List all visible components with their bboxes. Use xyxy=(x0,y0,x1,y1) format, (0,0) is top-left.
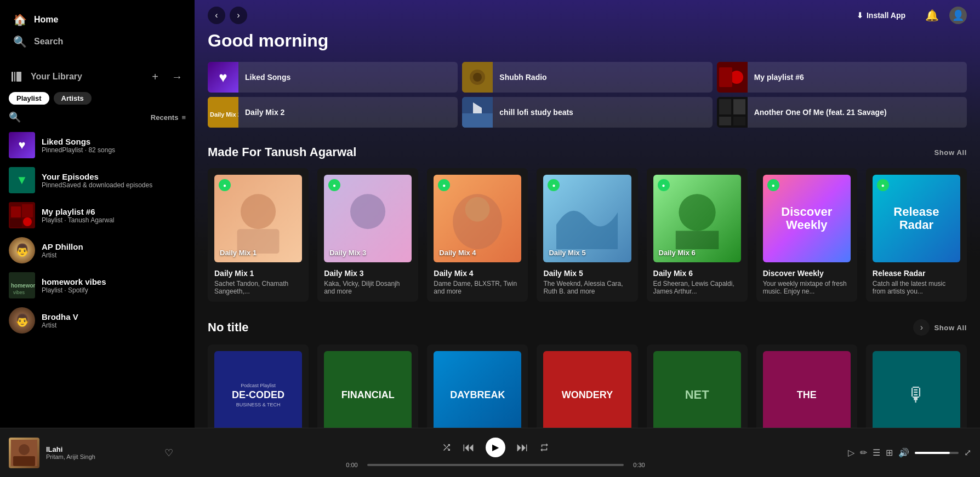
no-title-right-arrow[interactable]: › xyxy=(913,319,930,336)
lyrics-button[interactable]: ✏ xyxy=(860,447,867,458)
recents-label: Recents xyxy=(151,113,179,122)
quick-chill-label: chill lofi study beats xyxy=(493,108,580,117)
sidebar-item-home[interactable]: 🏠 Home xyxy=(7,9,188,31)
no-title-section-header: No title › Show All xyxy=(208,319,967,336)
svg-rect-24 xyxy=(733,99,745,114)
made-for-cards-row: ● Daily Mix 1 ▶ Daily Mix 1 Sachet Tando… xyxy=(208,168,967,302)
library-icon xyxy=(9,69,24,84)
quick-item-shubh-radio[interactable]: Shubh Radio xyxy=(462,62,712,93)
play-pause-button[interactable]: ▶ xyxy=(486,438,505,457)
expand-library-button[interactable]: → xyxy=(168,68,186,85)
playlist6-meta: Playlist · Tanush Agarwal xyxy=(42,216,186,224)
recents-button[interactable]: Recents ≡ xyxy=(151,113,186,122)
sidebar-item-search[interactable]: 🔍 Search xyxy=(7,31,188,53)
time-total: 0:30 xyxy=(629,462,649,468)
previous-button[interactable]: ⏮ xyxy=(463,440,475,455)
user-icon: 👤 xyxy=(952,9,964,21)
library-header: Your Library + → xyxy=(0,61,195,90)
svg-point-31 xyxy=(465,197,490,222)
card-daily-mix-5[interactable]: ● Daily Mix 5 ▶ Daily Mix 5 The Weeknd, … xyxy=(537,168,637,302)
card-daily-mix-1[interactable]: ● Daily Mix 1 ▶ Daily Mix 1 Sachet Tando… xyxy=(208,168,309,302)
decoded-thumb: Podcast Playlist DE-CODED BUSINESS & TEC… xyxy=(214,351,302,428)
liked-songs-thumb: ♥ xyxy=(9,132,35,158)
notifications-button[interactable]: 🔔 xyxy=(923,7,941,24)
library-search-icon[interactable]: 🔍 xyxy=(9,111,21,123)
svg-text:Daily Mix 2: Daily Mix 2 xyxy=(210,111,238,118)
daily-mix-1-inner-label: Daily Mix 1 xyxy=(220,249,257,257)
daily-mix-1-thumb: ● Daily Mix 1 ▶ xyxy=(214,175,302,262)
svg-point-35 xyxy=(19,444,30,455)
card-release-radar[interactable]: ● Release Radar ▶ Release Radar Catch al… xyxy=(866,168,967,302)
dailymix2-quick-thumb: Daily Mix 2 xyxy=(208,97,238,128)
quick-item-playlist6[interactable]: My playlist #6 xyxy=(717,62,967,93)
connect-button[interactable]: ⊞ xyxy=(886,447,893,458)
card-daily-mix-3[interactable]: ● Daily Mix 3 ▶ Daily Mix 3 Kaka, Vicky,… xyxy=(317,168,418,302)
install-app-button[interactable]: ⬇ Install App xyxy=(848,7,914,24)
quick-item-daily-mix-2[interactable]: Daily Mix 2 Daily Mix 2 xyxy=(208,97,458,128)
liked-songs-name: Liked Songs xyxy=(42,137,186,146)
library-item-brodha-v[interactable]: 👨 Brodha V Artist xyxy=(4,303,190,338)
chill-quick-thumb xyxy=(462,97,493,128)
homework-vibes-meta: Playlist · Spotify xyxy=(42,286,186,294)
quick-item-another-one[interactable]: Another One Of Me (feat. 21 Savage) xyxy=(717,97,967,128)
no-title-section-title: No title xyxy=(208,320,249,335)
card-daily-mix-4[interactable]: ● Daily Mix 4 ▶ Daily Mix 4 Dame Dame, B… xyxy=(427,168,528,302)
back-button[interactable]: ‹ xyxy=(208,7,225,24)
user-avatar-button[interactable]: 👤 xyxy=(949,7,967,24)
card-net[interactable]: NET ▶ NET xyxy=(647,344,748,428)
homework-vibes-name: homework vibes xyxy=(42,277,186,286)
quick-liked-label: Liked Songs xyxy=(238,73,297,82)
svg-rect-36 xyxy=(13,456,35,466)
queue-button[interactable]: ☰ xyxy=(873,447,880,458)
volume-fill xyxy=(915,452,950,454)
repeat-button[interactable] xyxy=(539,442,549,452)
forward-button[interactable]: › xyxy=(230,7,247,24)
quick-item-chill-lofi[interactable]: chill lofi study beats xyxy=(462,97,712,128)
progress-bar[interactable] xyxy=(367,464,624,466)
discover-weekly-thumb: ● Discover Weekly ▶ xyxy=(763,175,851,262)
card-discover-weekly[interactable]: ● Discover Weekly ▶ Discover Weekly Your… xyxy=(756,168,857,302)
card-financial[interactable]: FINANCIAL ▶ FINANCIAL xyxy=(317,344,418,428)
progress-row: 0:00 0:30 xyxy=(342,462,649,468)
volume-bar[interactable] xyxy=(915,452,959,454)
search-icon: 🔍 xyxy=(13,35,26,48)
card-mic-podcast[interactable]: 🎙 ▶ xyxy=(866,344,967,428)
volume-button[interactable]: 🔊 xyxy=(898,447,909,458)
sidebar-item-home-label: Home xyxy=(34,15,58,25)
svg-rect-0 xyxy=(12,72,13,82)
library-item-liked-songs[interactable]: ♥ Liked Songs PinnedPlaylist · 82 songs xyxy=(4,128,190,163)
sidebar: 🏠 Home 🔍 Search Your Li xyxy=(0,0,195,428)
daily-mix-1-title: Daily Mix 1 xyxy=(214,269,302,278)
filter-playlist-button[interactable]: Playlist xyxy=(9,92,49,105)
player-track-artist: Pritam, Arijit Singh xyxy=(46,453,158,460)
card-the-podcast[interactable]: THE ▶ THE xyxy=(756,344,857,428)
filter-artists-button[interactable]: Artists xyxy=(54,92,92,105)
daily-mix-3-inner-label: Daily Mix 3 xyxy=(329,249,366,257)
now-playing-view-button[interactable]: ▷ xyxy=(848,447,854,458)
fullscreen-button[interactable]: ⤢ xyxy=(964,447,971,458)
player-like-button[interactable]: ♡ xyxy=(164,447,173,459)
svg-text:homework: homework xyxy=(11,283,35,289)
card-daily-mix-6[interactable]: ● Daily Mix 6 ▶ Daily Mix 6 Ed Sheeran, … xyxy=(647,168,748,302)
card-daybreak[interactable]: DAYBREAK ▶ DAYBREAK xyxy=(427,344,528,428)
library-item-homework-vibes[interactable]: homework vibes homework vibes Playlist ·… xyxy=(4,268,190,303)
brodha-v-meta: Artist xyxy=(42,321,186,329)
card-decoded[interactable]: Podcast Playlist DE-CODED BUSINESS & TEC… xyxy=(208,344,309,428)
library-item-your-episodes[interactable]: ▼ Your Episodes PinnedSaved & downloaded… xyxy=(4,163,190,198)
quick-item-liked-songs[interactable]: ♥ Liked Songs xyxy=(208,62,458,93)
next-button[interactable]: ⏭ xyxy=(516,440,528,455)
daily-mix-4-inner-label: Daily Mix 4 xyxy=(439,249,476,257)
shubh-thumb xyxy=(462,62,493,93)
library-item-playlist6[interactable]: My playlist #6 Playlist · Tanush Agarwal xyxy=(4,198,190,233)
shuffle-button[interactable] xyxy=(442,442,452,452)
made-for-show-all-button[interactable]: Show All xyxy=(934,148,967,157)
daily-mix-3-title: Daily Mix 3 xyxy=(324,269,412,278)
daily-mix-4-subtitle: Dame Dame, BLXSTR, Twin and more xyxy=(434,280,521,295)
library-item-ap-dhillon[interactable]: 👨 AP Dhillon Artist xyxy=(4,233,190,268)
ap-dhillon-name: AP Dhillon xyxy=(42,242,186,251)
add-library-button[interactable]: + xyxy=(146,68,164,85)
player-controls: ⏮ ▶ ⏭ xyxy=(442,438,549,457)
liked-songs-meta: PinnedPlaylist · 82 songs xyxy=(42,146,186,154)
card-wondery[interactable]: WONDERY ▶ WONDERY xyxy=(537,344,637,428)
no-title-show-all-button[interactable]: Show All xyxy=(934,324,967,332)
